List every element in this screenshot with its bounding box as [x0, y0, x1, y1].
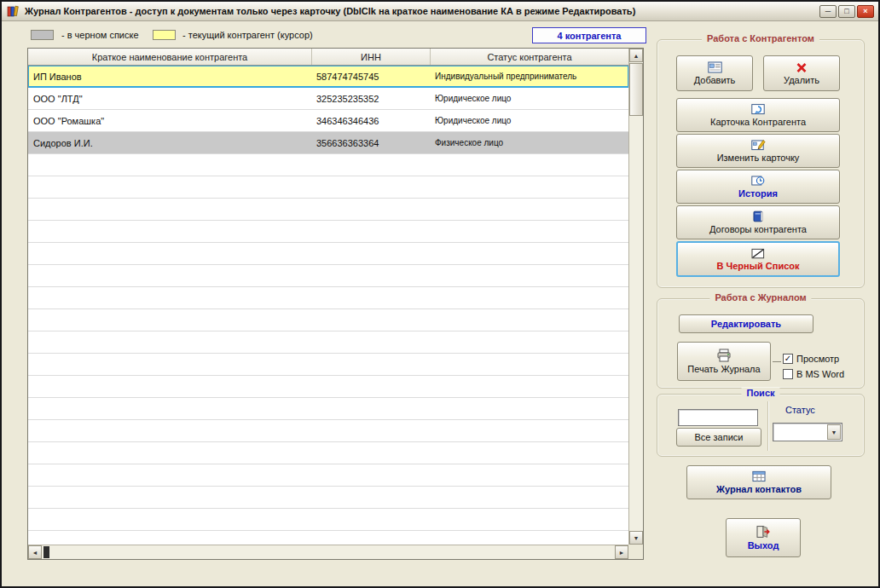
- contracts-book-icon: [752, 210, 765, 222]
- preview-checkbox[interactable]: ✓ Просмотр: [783, 354, 839, 364]
- table-row[interactable]: ООО "Ромашка" 346346346436 Юридическое л…: [28, 110, 628, 132]
- blacklist-button[interactable]: В Черный Список: [676, 241, 840, 277]
- history-button[interactable]: История: [676, 170, 840, 204]
- search-group: Поиск Все записи Статус ▼: [657, 394, 865, 457]
- scroll-down-icon[interactable]: ▼: [629, 531, 643, 545]
- search-group-title: Поиск: [741, 388, 779, 398]
- vertical-scroll-thumb[interactable]: [629, 63, 643, 116]
- app-icon: [6, 4, 20, 18]
- print-journal-button[interactable]: Печать Журнала: [677, 342, 771, 381]
- search-input[interactable]: [678, 409, 758, 426]
- delete-button-label: Удалить: [784, 75, 819, 85]
- edit-card-button-label: Изменить карточку: [717, 153, 800, 163]
- blacklist-color-swatch: [31, 30, 54, 40]
- cell-status: Юридическое лицо: [431, 94, 628, 103]
- preview-checkbox-label: Просмотр: [796, 354, 839, 364]
- empty-rows: [28, 154, 628, 545]
- print-journal-button-label: Печать Журнала: [687, 364, 760, 374]
- checkbox-unchecked-icon[interactable]: [783, 369, 793, 379]
- app-window: Журнал Контрагентов - доступ к документа…: [0, 0, 880, 588]
- contracts-button[interactable]: Договоры контрагента: [676, 205, 840, 239]
- cell-name: ИП Иванов: [28, 72, 312, 82]
- cell-inn: 356636363364: [312, 138, 431, 148]
- table-row[interactable]: ООО "ЛТД" 325235235352 Юридическое лицо: [28, 88, 628, 110]
- printer-icon: [716, 349, 732, 362]
- history-button-label: История: [738, 188, 778, 199]
- blacklist-legend-label: - в черном списке: [61, 30, 139, 40]
- combo-dropdown-icon[interactable]: ▼: [827, 424, 841, 440]
- cell-status: Индивидуальный предприниматель: [431, 72, 628, 81]
- edit-card-icon: [751, 139, 766, 151]
- scrollbar-corner: [628, 545, 643, 559]
- msword-checkbox-label: В MS Word: [796, 369, 844, 379]
- journal-group-title: Работа с Журналом: [709, 292, 811, 303]
- contracts-button-label: Договоры контрагента: [709, 224, 807, 234]
- column-header-name[interactable]: Краткое наименование контрагента: [28, 49, 312, 65]
- all-records-button[interactable]: Все записи: [676, 428, 761, 447]
- add-button[interactable]: Добавить: [676, 55, 753, 91]
- cell-name: Сидоров И.И.: [28, 138, 312, 148]
- cell-status: Физическое лицо: [431, 138, 628, 147]
- blacklist-button-label: В Черный Список: [716, 261, 799, 271]
- edit-mode-button[interactable]: Редактировать: [679, 314, 813, 333]
- table-body: ИП Иванов 587474745745 Индивидуальный пр…: [28, 66, 628, 545]
- checkbox-checked-icon[interactable]: ✓: [783, 354, 793, 364]
- table-header: Краткое наименование контрагента ИНН Ста…: [28, 49, 628, 66]
- scroll-left-icon[interactable]: ◄: [28, 545, 42, 559]
- maximize-button[interactable]: □: [838, 5, 855, 18]
- search-divider: [767, 401, 768, 451]
- horizontal-scroll-thumb[interactable]: [43, 546, 49, 558]
- contractor-counter: 4 контрагента: [532, 27, 646, 43]
- contacts-journal-button[interactable]: Журнал контактов: [686, 465, 831, 499]
- close-button[interactable]: ×: [857, 5, 874, 18]
- exit-door-icon: [756, 525, 771, 539]
- current-legend-label: - текущий контрагент (курсор): [182, 30, 313, 40]
- status-filter-combo[interactable]: ▼: [773, 423, 842, 441]
- delete-button[interactable]: Удалить: [763, 55, 840, 91]
- delete-x-icon: [796, 62, 808, 73]
- msword-checkbox[interactable]: В MS Word: [783, 369, 844, 379]
- current-color-swatch: [153, 30, 176, 40]
- edit-card-button[interactable]: Изменить карточку: [676, 134, 840, 168]
- cell-status: Юридическое лицо: [431, 116, 628, 125]
- window-title: Журнал Контрагентов - доступ к документа…: [25, 6, 635, 16]
- table-row[interactable]: Сидоров И.И. 356636363364 Физическое лиц…: [28, 132, 628, 154]
- contacts-journal-button-label: Журнал контактов: [716, 484, 802, 494]
- cell-inn: 346346346436: [312, 116, 431, 126]
- column-header-status[interactable]: Статус контрагента: [431, 49, 628, 65]
- cell-inn: 587474745745: [312, 72, 431, 82]
- blacklist-card-icon: [751, 248, 765, 259]
- checkbox-connector-line: [773, 361, 781, 362]
- all-records-button-label: Все записи: [695, 432, 744, 442]
- cell-name: ООО "ЛТД": [28, 94, 312, 104]
- add-card-icon: [708, 61, 722, 73]
- horizontal-scrollbar[interactable]: ◄ ►: [28, 545, 628, 559]
- cell-inn: 325235235352: [312, 94, 431, 104]
- scroll-right-icon[interactable]: ►: [615, 545, 628, 559]
- titlebar: Журнал Контрагентов - доступ к документа…: [2, 2, 878, 21]
- contractor-card-button[interactable]: Карточка Контрагента: [676, 98, 840, 132]
- status-filter-label: Статус: [785, 405, 815, 415]
- column-header-inn[interactable]: ИНН: [312, 49, 431, 65]
- contractor-card-icon: [751, 103, 765, 115]
- edit-mode-button-label: Редактировать: [711, 319, 781, 329]
- cell-name: ООО "Ромашка": [28, 116, 312, 126]
- contractor-card-button-label: Карточка Контрагента: [710, 117, 806, 127]
- exit-button[interactable]: Выход: [726, 518, 801, 557]
- add-button-label: Добавить: [694, 75, 736, 85]
- minimize-button[interactable]: ─: [819, 5, 837, 18]
- vertical-scrollbar[interactable]: ▲ ▼: [628, 49, 643, 545]
- exit-button-label: Выход: [748, 540, 779, 551]
- history-clock-icon: [751, 175, 765, 187]
- contractor-group: Работа с Контрагентом Добавить Удалить: [657, 39, 865, 288]
- contractor-group-title: Работа с Контрагентом: [702, 33, 819, 43]
- contacts-table-icon: [752, 470, 766, 482]
- scroll-up-icon[interactable]: ▲: [629, 49, 643, 62]
- journal-group: Работа с Журналом Редактировать Печать Ж…: [657, 298, 865, 389]
- table-row[interactable]: ИП Иванов 587474745745 Индивидуальный пр…: [28, 66, 628, 88]
- contractor-table: Краткое наименование контрагента ИНН Ста…: [27, 48, 644, 560]
